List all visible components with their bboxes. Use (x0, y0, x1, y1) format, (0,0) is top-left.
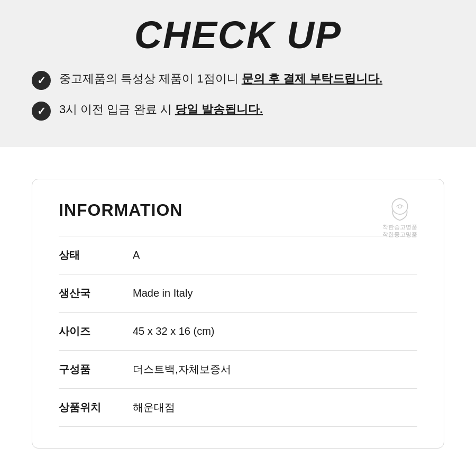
notice-list: 중고제품의 특성상 제품이 1점이니 문의 후 결제 부탁드립니다. 3시 이전… (32, 70, 444, 121)
svg-point-1 (398, 205, 402, 208)
value-origin: Made in Italy (122, 274, 417, 313)
table-row: 생산국 Made in Italy (59, 274, 417, 313)
info-table: 상태 A 생산국 Made in Italy 사이즈 45 x 32 x 16 … (59, 236, 417, 427)
table-row: 상품위치 해운대점 (59, 389, 417, 427)
notice-text-1: 중고제품의 특성상 제품이 1점이니 문의 후 결제 부탁드립니다. (59, 70, 382, 87)
value-status: A (122, 236, 417, 274)
label-status: 상태 (59, 236, 122, 274)
info-section: INFORMATION 착한중고명품착한중고명품 상태 A 생산국 (0, 179, 476, 476)
label-location: 상품위치 (59, 389, 122, 427)
table-row: 사이즈 45 x 32 x 16 (cm) (59, 313, 417, 351)
header-section: CHECK UP 중고제품의 특성상 제품이 1점이니 문의 후 결제 부탁드립… (0, 0, 476, 147)
brand-icon-svg (387, 198, 413, 222)
info-section-title: INFORMATION (59, 200, 417, 220)
label-size: 사이즈 (59, 313, 122, 351)
value-size: 45 x 32 x 16 (cm) (122, 313, 417, 351)
notice-text-2: 3시 이전 입금 완료 시 당일 발송됩니다. (59, 100, 263, 118)
brand-watermark: 착한중고명품착한중고명품 (382, 198, 417, 239)
table-row: 상태 A (59, 236, 417, 274)
label-components: 구성품 (59, 351, 122, 389)
label-origin: 생산국 (59, 274, 122, 313)
notice-item-1: 중고제품의 특성상 제품이 1점이니 문의 후 결제 부탁드립니다. (32, 70, 444, 90)
check-icon-1 (32, 71, 51, 90)
check-icon-2 (32, 102, 51, 121)
table-row: 구성품 더스트백,자체보증서 (59, 351, 417, 389)
section-divider (0, 147, 476, 179)
info-card: INFORMATION 착한중고명품착한중고명품 상태 A 생산국 (32, 179, 444, 448)
notice-item-2: 3시 이전 입금 완료 시 당일 발송됩니다. (32, 100, 444, 121)
value-location: 해운대점 (122, 389, 417, 427)
value-components: 더스트백,자체보증서 (122, 351, 417, 389)
brand-text: 착한중고명품착한중고명품 (382, 223, 417, 239)
svg-point-0 (392, 199, 407, 214)
page-title: CHECK UP (32, 16, 444, 54)
